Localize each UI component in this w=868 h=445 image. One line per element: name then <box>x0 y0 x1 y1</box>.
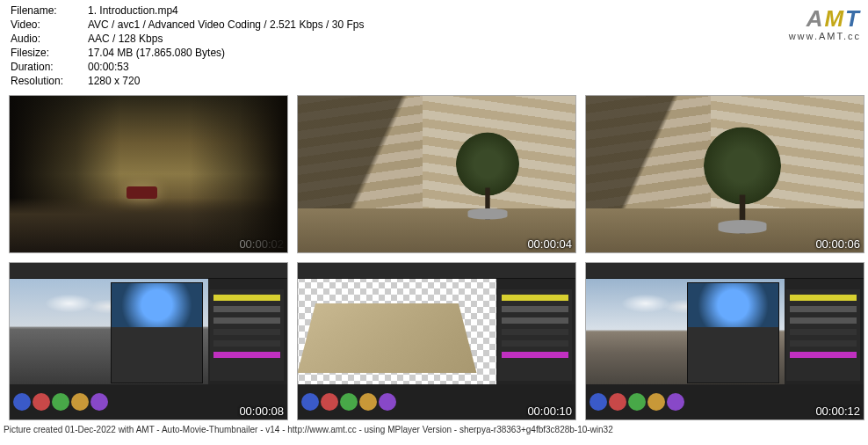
scene-material <box>298 303 477 373</box>
thumbnail-1: 00:00:02 <box>9 95 288 253</box>
value-resolution: 1280 x 720 <box>88 74 140 88</box>
label-duration: Duration: <box>11 60 88 74</box>
metadata-block: Filename:1. Introduction.mp4 Video:AVC /… <box>11 4 364 88</box>
scene-tree <box>698 128 785 234</box>
timestamp: 00:00:08 <box>239 405 284 418</box>
label-video: Video: <box>11 18 88 32</box>
scene-tree <box>452 132 523 219</box>
scene-ground <box>10 198 287 252</box>
value-filename: 1. Introduction.mp4 <box>88 4 178 18</box>
footer-text: Picture created 01-Dec-2022 with AMT - A… <box>0 424 868 434</box>
thumbnail-2: 00:00:04 <box>297 95 576 253</box>
logo-text: AMT <box>789 5 861 33</box>
thumbnail-6: 00:00:12 <box>585 262 864 420</box>
scene-car <box>127 186 157 199</box>
value-audio: AAC / 128 Kbps <box>88 32 163 46</box>
timestamp: 00:00:04 <box>527 237 572 251</box>
thumbnail-5: 00:00:10 <box>297 262 576 420</box>
thumbnail-3: 00:00:06 <box>585 95 864 253</box>
editor-toolbar <box>10 263 287 279</box>
editor-properties <box>786 289 860 381</box>
editor-panel-float <box>111 282 203 383</box>
editor-properties <box>210 289 284 381</box>
timestamp: 00:00:10 <box>527 405 572 418</box>
thumbnail-4: 00:00:08 <box>9 262 288 420</box>
editor-toolbar <box>586 263 864 279</box>
value-filesize: 17.04 MB (17.865.080 Bytes) <box>88 46 225 60</box>
label-filesize: Filesize: <box>11 46 88 60</box>
logo-url: www.AMT.cc <box>789 31 861 41</box>
editor-toolbar <box>298 263 575 279</box>
editor-panel-float <box>687 282 779 383</box>
label-audio: Audio: <box>11 32 88 46</box>
thumbnail-grid: 00:00:02 00:00:04 00:00:06 00:00:08 00:0… <box>0 90 868 424</box>
timestamp: 00:00:02 <box>239 237 284 251</box>
header: Filename:1. Introduction.mp4 Video:AVC /… <box>0 0 868 90</box>
value-duration: 00:00:53 <box>88 60 129 74</box>
editor-viewport <box>298 279 496 384</box>
editor-properties <box>498 289 572 381</box>
value-video: AVC / avc1 / Advanced Video Coding / 2.5… <box>88 18 364 32</box>
timestamp: 00:00:12 <box>815 405 860 418</box>
label-filename: Filename: <box>11 4 88 18</box>
logo: AMT www.AMT.cc <box>789 4 861 88</box>
label-resolution: Resolution: <box>11 74 88 88</box>
timestamp: 00:00:06 <box>815 237 860 251</box>
